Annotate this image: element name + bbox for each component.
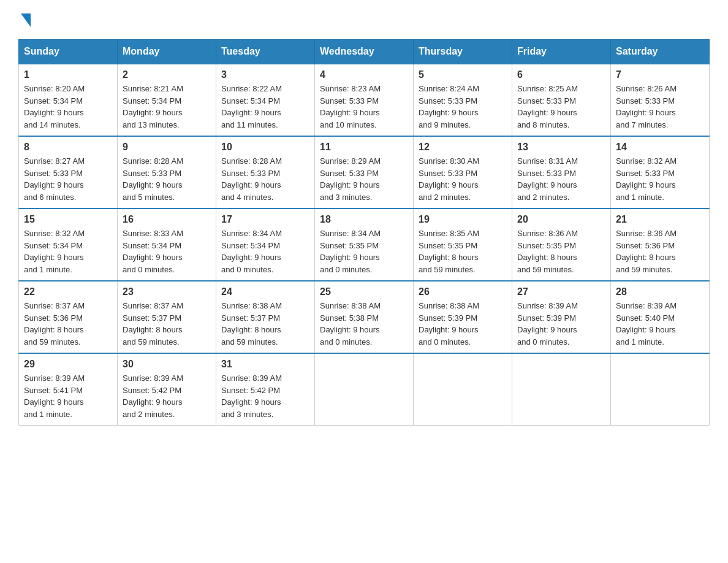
calendar-cell: 9Sunrise: 8:28 AMSunset: 5:33 PMDaylight… — [118, 136, 216, 209]
day-number: 17 — [221, 214, 309, 225]
calendar-cell: 30Sunrise: 8:39 AMSunset: 5:42 PMDayligh… — [118, 353, 216, 426]
day-number: 24 — [221, 286, 309, 297]
calendar-cell: 1Sunrise: 8:20 AMSunset: 5:34 PMDaylight… — [19, 64, 118, 136]
day-number: 23 — [123, 286, 211, 297]
calendar-cell: 26Sunrise: 8:38 AMSunset: 5:39 PMDayligh… — [414, 281, 512, 353]
day-number: 31 — [221, 359, 309, 370]
calendar-cell: 23Sunrise: 8:37 AMSunset: 5:37 PMDayligh… — [118, 281, 216, 353]
day-number: 16 — [123, 214, 211, 225]
day-info: Sunrise: 8:37 AMSunset: 5:37 PMDaylight:… — [123, 300, 211, 348]
day-number: 8 — [24, 142, 112, 153]
page-header — [18, 12, 710, 27]
calendar-cell: 18Sunrise: 8:34 AMSunset: 5:35 PMDayligh… — [315, 209, 414, 281]
calendar-cell: 16Sunrise: 8:33 AMSunset: 5:34 PMDayligh… — [118, 209, 216, 281]
day-info: Sunrise: 8:21 AMSunset: 5:34 PMDaylight:… — [123, 83, 211, 131]
day-info: Sunrise: 8:32 AMSunset: 5:34 PMDaylight:… — [24, 228, 112, 275]
calendar-cell: 12Sunrise: 8:30 AMSunset: 5:33 PMDayligh… — [414, 136, 512, 209]
logo-triangle-icon — [21, 13, 31, 27]
day-number: 6 — [517, 69, 605, 80]
calendar-cell: 27Sunrise: 8:39 AMSunset: 5:39 PMDayligh… — [512, 281, 611, 353]
calendar-cell: 20Sunrise: 8:36 AMSunset: 5:35 PMDayligh… — [512, 209, 611, 281]
day-info: Sunrise: 8:36 AMSunset: 5:36 PMDaylight:… — [616, 228, 704, 275]
day-number: 5 — [419, 69, 507, 80]
calendar-week-row: 8Sunrise: 8:27 AMSunset: 5:33 PMDaylight… — [19, 136, 710, 209]
day-number: 12 — [419, 142, 507, 153]
calendar-header-row: SundayMondayTuesdayWednesdayThursdayFrid… — [19, 40, 710, 64]
day-header-monday: Monday — [118, 40, 216, 64]
calendar-week-row: 29Sunrise: 8:39 AMSunset: 5:41 PMDayligh… — [19, 353, 710, 426]
calendar-cell: 25Sunrise: 8:38 AMSunset: 5:38 PMDayligh… — [315, 281, 414, 353]
day-info: Sunrise: 8:20 AMSunset: 5:34 PMDaylight:… — [24, 83, 112, 131]
calendar-cell: 15Sunrise: 8:32 AMSunset: 5:34 PMDayligh… — [19, 209, 118, 281]
day-info: Sunrise: 8:37 AMSunset: 5:36 PMDaylight:… — [24, 300, 112, 348]
day-number: 21 — [616, 214, 704, 225]
calendar-cell: 7Sunrise: 8:26 AMSunset: 5:33 PMDaylight… — [611, 64, 710, 136]
day-number: 26 — [419, 286, 507, 297]
day-info: Sunrise: 8:38 AMSunset: 5:39 PMDaylight:… — [419, 300, 507, 348]
day-header-wednesday: Wednesday — [315, 40, 414, 64]
day-info: Sunrise: 8:34 AMSunset: 5:35 PMDaylight:… — [320, 228, 408, 275]
day-info: Sunrise: 8:38 AMSunset: 5:37 PMDaylight:… — [221, 300, 309, 348]
day-info: Sunrise: 8:26 AMSunset: 5:33 PMDaylight:… — [616, 83, 704, 131]
day-number: 15 — [24, 214, 112, 225]
day-number: 2 — [123, 69, 211, 80]
day-info: Sunrise: 8:35 AMSunset: 5:35 PMDaylight:… — [419, 228, 507, 275]
calendar-cell: 22Sunrise: 8:37 AMSunset: 5:36 PMDayligh… — [19, 281, 118, 353]
day-number: 30 — [123, 359, 211, 370]
calendar-table: SundayMondayTuesdayWednesdayThursdayFrid… — [18, 39, 710, 426]
day-info: Sunrise: 8:25 AMSunset: 5:33 PMDaylight:… — [517, 83, 605, 131]
day-number: 14 — [616, 142, 704, 153]
day-info: Sunrise: 8:27 AMSunset: 5:33 PMDaylight:… — [24, 155, 112, 203]
calendar-cell: 10Sunrise: 8:28 AMSunset: 5:33 PMDayligh… — [216, 136, 315, 209]
calendar-cell: 28Sunrise: 8:39 AMSunset: 5:40 PMDayligh… — [611, 281, 710, 353]
calendar-week-row: 22Sunrise: 8:37 AMSunset: 5:36 PMDayligh… — [19, 281, 710, 353]
day-info: Sunrise: 8:34 AMSunset: 5:34 PMDaylight:… — [221, 228, 309, 275]
day-number: 7 — [616, 69, 704, 80]
calendar-cell: 29Sunrise: 8:39 AMSunset: 5:41 PMDayligh… — [19, 353, 118, 426]
day-header-friday: Friday — [512, 40, 611, 64]
calendar-cell: 19Sunrise: 8:35 AMSunset: 5:35 PMDayligh… — [414, 209, 512, 281]
day-number: 25 — [320, 286, 408, 297]
day-info: Sunrise: 8:31 AMSunset: 5:33 PMDaylight:… — [517, 155, 605, 203]
day-info: Sunrise: 8:33 AMSunset: 5:34 PMDaylight:… — [123, 228, 211, 275]
calendar-cell: 2Sunrise: 8:21 AMSunset: 5:34 PMDaylight… — [118, 64, 216, 136]
calendar-week-row: 15Sunrise: 8:32 AMSunset: 5:34 PMDayligh… — [19, 209, 710, 281]
calendar-cell: 5Sunrise: 8:24 AMSunset: 5:33 PMDaylight… — [414, 64, 512, 136]
calendar-cell — [315, 353, 414, 426]
logo — [18, 12, 31, 27]
day-header-tuesday: Tuesday — [216, 40, 315, 64]
calendar-cell: 24Sunrise: 8:38 AMSunset: 5:37 PMDayligh… — [216, 281, 315, 353]
day-number: 29 — [24, 359, 112, 370]
day-number: 11 — [320, 142, 408, 153]
day-number: 28 — [616, 286, 704, 297]
calendar-cell: 6Sunrise: 8:25 AMSunset: 5:33 PMDaylight… — [512, 64, 611, 136]
day-info: Sunrise: 8:23 AMSunset: 5:33 PMDaylight:… — [320, 83, 408, 131]
day-info: Sunrise: 8:39 AMSunset: 5:39 PMDaylight:… — [517, 300, 605, 348]
day-info: Sunrise: 8:39 AMSunset: 5:41 PMDaylight:… — [24, 372, 112, 420]
day-info: Sunrise: 8:32 AMSunset: 5:33 PMDaylight:… — [616, 155, 704, 203]
day-number: 9 — [123, 142, 211, 153]
day-number: 18 — [320, 214, 408, 225]
calendar-cell: 13Sunrise: 8:31 AMSunset: 5:33 PMDayligh… — [512, 136, 611, 209]
calendar-cell: 21Sunrise: 8:36 AMSunset: 5:36 PMDayligh… — [611, 209, 710, 281]
calendar-week-row: 1Sunrise: 8:20 AMSunset: 5:34 PMDaylight… — [19, 64, 710, 136]
day-number: 27 — [517, 286, 605, 297]
day-number: 1 — [24, 69, 112, 80]
day-info: Sunrise: 8:22 AMSunset: 5:34 PMDaylight:… — [221, 83, 309, 131]
day-info: Sunrise: 8:39 AMSunset: 5:42 PMDaylight:… — [123, 372, 211, 420]
day-info: Sunrise: 8:29 AMSunset: 5:33 PMDaylight:… — [320, 155, 408, 203]
calendar-cell — [414, 353, 512, 426]
day-info: Sunrise: 8:36 AMSunset: 5:35 PMDaylight:… — [517, 228, 605, 275]
day-info: Sunrise: 8:30 AMSunset: 5:33 PMDaylight:… — [419, 155, 507, 203]
calendar-cell: 8Sunrise: 8:27 AMSunset: 5:33 PMDaylight… — [19, 136, 118, 209]
calendar-cell: 11Sunrise: 8:29 AMSunset: 5:33 PMDayligh… — [315, 136, 414, 209]
day-number: 10 — [221, 142, 309, 153]
day-header-thursday: Thursday — [414, 40, 512, 64]
day-header-saturday: Saturday — [611, 40, 710, 64]
day-number: 3 — [221, 69, 309, 80]
day-info: Sunrise: 8:39 AMSunset: 5:40 PMDaylight:… — [616, 300, 704, 348]
day-info: Sunrise: 8:39 AMSunset: 5:42 PMDaylight:… — [221, 372, 309, 420]
day-number: 20 — [517, 214, 605, 225]
day-number: 13 — [517, 142, 605, 153]
calendar-cell: 4Sunrise: 8:23 AMSunset: 5:33 PMDaylight… — [315, 64, 414, 136]
